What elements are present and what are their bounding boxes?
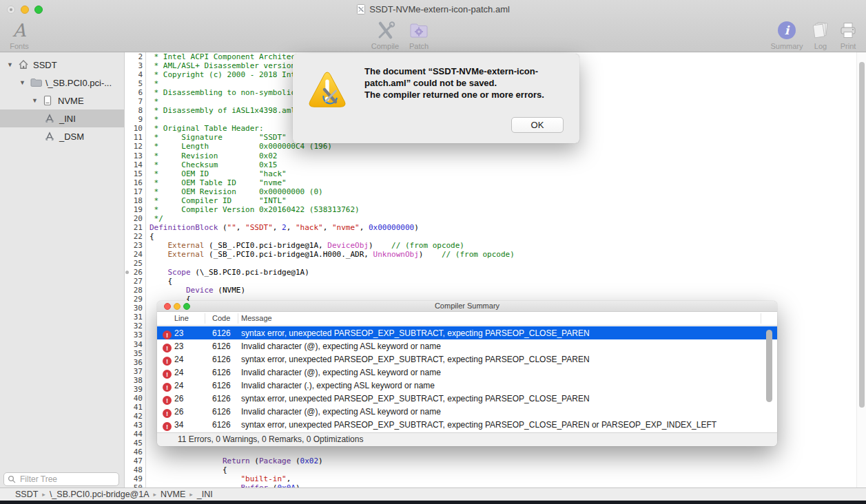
code-text: * [146, 79, 158, 88]
dialog-message: The document “SSDT-NVMe-extern-icon-patc… [364, 65, 566, 101]
breadcrumb-item[interactable]: \_SB.PCI0.pci-bridge@1A [50, 490, 150, 499]
line-number: 16 [125, 178, 146, 187]
error-row-2[interactable]: !236126Invalid character (@), expecting … [157, 339, 777, 353]
code-line-25[interactable]: 25 [125, 259, 856, 268]
disclosure-triangle[interactable]: ▼ [32, 97, 43, 104]
method-icon [44, 131, 56, 142]
disclosure-triangle[interactable]: ▼ [7, 61, 18, 68]
code-text: External (_SB_.PCI0.pci-bridge@1A, Devic… [146, 241, 464, 250]
code-text: * Length 0x000000C4 (196) [146, 142, 332, 151]
code-text [146, 394, 150, 403]
patch-button[interactable]: Patch [405, 19, 433, 50]
editor-scrollbar[interactable] [856, 52, 866, 487]
method-icon [44, 113, 56, 124]
code-line-22[interactable]: 22{ [125, 232, 856, 241]
zoom-button[interactable] [183, 303, 190, 310]
filter-tree-input[interactable] [19, 474, 111, 485]
table-header: Line Code Message [157, 312, 777, 326]
code-line-46[interactable]: 46 [125, 448, 856, 456]
editor-scrollbar-thumb[interactable] [859, 62, 865, 408]
line-number: 15 [125, 169, 146, 178]
breadcrumb-item[interactable]: SSDT [15, 490, 38, 499]
ok-button[interactable]: OK [511, 117, 564, 133]
code-text [146, 376, 150, 385]
line-number: 32 [125, 322, 146, 330]
compiler-summary-window: Compiler Summary Line Code Message !2361… [157, 301, 777, 446]
compiler-summary-titlebar[interactable]: Compiler Summary [157, 301, 777, 312]
sidebar-item-nvme[interactable]: ▼NVME [0, 92, 124, 109]
error-line: 24 [174, 381, 183, 390]
log-button[interactable]: Log [809, 19, 832, 50]
line-number: 6 [125, 88, 146, 97]
breadcrumb-separator: ▸ [189, 491, 193, 498]
code-line-13[interactable]: 13 * Revision 0x02 [125, 151, 856, 160]
error-row-3[interactable]: !246126syntax error, unexpected PARSEOP_… [157, 353, 777, 366]
line-number: 7 [125, 97, 146, 106]
print-icon [835, 19, 861, 41]
code-line-16[interactable]: 16 * OEM Table ID "nvme" [125, 178, 856, 187]
sidebar-item-_dsm[interactable]: _DSM [0, 127, 124, 145]
sidebar-item-label: _INI [59, 114, 76, 124]
minimize-button[interactable] [174, 303, 181, 310]
code-line-48[interactable]: 48 { [125, 465, 856, 474]
error-row-1[interactable]: !236126syntax error, unexpected PARSEOP_… [157, 326, 777, 339]
breadcrumb-item[interactable]: NVME [161, 490, 185, 499]
error-row-8[interactable]: !346126syntax error, unexpected PARSEOP_… [157, 419, 777, 432]
line-number: 12 [125, 142, 146, 151]
summary-button[interactable]: i Summary [766, 19, 807, 50]
line-number: 40 [125, 394, 146, 403]
code-text [146, 403, 150, 412]
code-line-12[interactable]: 12 * Length 0x000000C4 (196) [125, 142, 856, 151]
line-number: 41 [125, 403, 146, 412]
code-line-49[interactable]: 49 "built-in", [125, 474, 856, 483]
error-row-4[interactable]: !246126Invalid character (@), expecting … [157, 366, 777, 379]
line-number: 49 [125, 474, 146, 483]
error-message: Invalid character (@), expecting ASL key… [241, 368, 441, 377]
error-row-5[interactable]: !246126Invalid character (.), expecting … [157, 379, 777, 392]
code-text [146, 385, 150, 394]
code-line-47[interactable]: 47 Return (Package (0x02) [125, 456, 856, 465]
sidebar-item-label: SSDT [33, 60, 57, 70]
fonts-button[interactable]: A Fonts [6, 19, 33, 50]
sidebar-item-_ini[interactable]: _INI [0, 109, 124, 127]
error-line: 24 [174, 355, 183, 364]
disclosure-triangle[interactable]: ▼ [19, 79, 30, 86]
code-line-21[interactable]: 21DefinitionBlock ("", "SSDT", 2, "hack"… [125, 223, 856, 232]
line-number: 2 [125, 52, 146, 61]
code-line-18[interactable]: 18 * Compiler ID "INTL" [125, 196, 856, 205]
code-line-20[interactable]: 20 */ [125, 214, 856, 223]
table-scrollbar-thumb[interactable] [766, 330, 772, 402]
line-number: 29 [125, 295, 146, 304]
print-button[interactable]: Print [835, 19, 861, 50]
line-number: 31 [125, 313, 146, 322]
sidebar-item-ssdt[interactable]: ▼SSDT [0, 56, 124, 74]
breadcrumb-item[interactable]: _INI [197, 490, 213, 499]
code-line-19[interactable]: 19 * Compiler Version 0x20160422 (538313… [125, 205, 856, 214]
breadcrumb-separator: ▸ [154, 491, 157, 498]
code-text [146, 367, 150, 376]
close-button[interactable] [164, 303, 171, 310]
code-line-17[interactable]: 17 * OEM Revision 0x00000000 (0) [125, 187, 856, 196]
code-line-23[interactable]: 23 External (_SB_.PCI0.pci-bridge@1A, De… [125, 241, 856, 250]
code-text: Return (Package (0x02) [146, 456, 323, 465]
column-header-code: Code [212, 314, 230, 322]
error-line: 23 [174, 328, 183, 338]
code-line-14[interactable]: 14 * Checksum 0x15 [125, 160, 856, 169]
error-code: 6126 [212, 328, 231, 338]
code-line-28[interactable]: 28 Device (NVME) [125, 286, 856, 295]
error-line: 26 [174, 394, 183, 403]
error-row-7[interactable]: !266126Invalid character (@), expecting … [157, 406, 777, 419]
code-text: * AML/ASL+ Disassembler version [146, 61, 296, 70]
line-number: 11 [125, 133, 146, 142]
filter-tree-field[interactable] [3, 472, 119, 486]
sidebar-item-_sbpci0pci[interactable]: ▼\_SB.PCI0.pci-... [0, 74, 124, 92]
code-text [146, 412, 150, 421]
error-row-6[interactable]: !266126syntax error, unexpected PARSEOP_… [157, 392, 777, 405]
code-line-26[interactable]: 26 Scope (\_SB.PCI0.pci-bridge@1A) [125, 268, 856, 277]
line-number: 38 [125, 376, 146, 385]
sidebar-item-label: NVME [58, 96, 84, 106]
code-line-24[interactable]: 24 External (_SB_.PCI0.pci-bridge@1A.H00… [125, 250, 856, 259]
code-line-15[interactable]: 15 * OEM ID "hack" [125, 169, 856, 178]
code-line-27[interactable]: 27 { [125, 277, 856, 286]
compile-button[interactable]: Compile [366, 19, 404, 50]
